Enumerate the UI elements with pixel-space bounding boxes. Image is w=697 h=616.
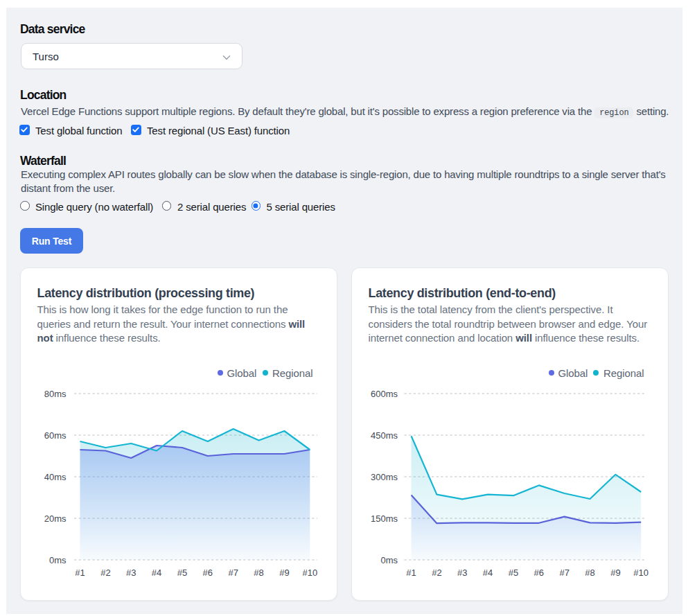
svg-text:450ms: 450ms (371, 430, 398, 441)
svg-text:#4: #4 (483, 567, 493, 578)
svg-text:60ms: 60ms (44, 430, 67, 441)
svg-text:#2: #2 (100, 567, 110, 578)
svg-text:40ms: 40ms (44, 472, 67, 482)
svg-text:#2: #2 (432, 567, 441, 578)
svg-text:#5: #5 (509, 567, 518, 578)
svg-text:#9: #9 (279, 567, 289, 578)
svg-text:#6: #6 (534, 567, 544, 578)
svg-text:#9: #9 (610, 567, 620, 578)
svg-text:#1: #1 (75, 567, 85, 578)
svg-text:#3: #3 (457, 567, 467, 578)
svg-text:600ms: 600ms (371, 389, 398, 399)
svg-text:0ms: 0ms (49, 555, 67, 565)
svg-text:80ms: 80ms (44, 389, 67, 399)
svg-text:0ms: 0ms (380, 555, 398, 565)
svg-text:#6: #6 (203, 567, 213, 578)
svg-text:#7: #7 (228, 567, 238, 578)
svg-text:#8: #8 (585, 567, 594, 578)
svg-text:#1: #1 (406, 567, 416, 578)
svg-text:#10: #10 (633, 567, 649, 578)
svg-text:#5: #5 (177, 567, 187, 578)
svg-text:#7: #7 (559, 567, 569, 578)
svg-text:150ms: 150ms (371, 513, 398, 524)
svg-text:20ms: 20ms (44, 513, 67, 524)
svg-text:#10: #10 (302, 567, 317, 578)
svg-text:#8: #8 (254, 567, 263, 578)
svg-text:#3: #3 (126, 567, 136, 578)
svg-text:300ms: 300ms (371, 472, 398, 482)
svg-text:#4: #4 (152, 567, 161, 578)
